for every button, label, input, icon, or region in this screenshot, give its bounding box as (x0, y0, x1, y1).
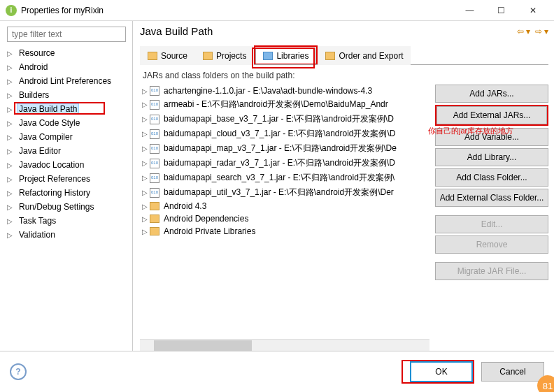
jar-item[interactable]: ▷baidumapapi_search_v3_7_1.jar - E:\不归路\… (140, 170, 429, 185)
jar-item[interactable]: ▷baidumapapi_map_v3_7_1.jar - E:\不归路\and… (140, 141, 429, 156)
tree-item[interactable]: ▷Task Tags (7, 214, 129, 228)
filter-input[interactable] (7, 27, 126, 42)
annotation-text: 你自己的jar库存放的地方 (428, 126, 547, 136)
tab-projects[interactable]: Projects (195, 46, 254, 65)
library-item[interactable]: ▷Android 4.3 (140, 200, 429, 212)
tree-item[interactable]: ▷Validation (7, 228, 129, 242)
library-icon (150, 202, 159, 210)
jar-item[interactable]: ▷armeabi - E:\不归路\android开发案例\Demo\Baidu… (140, 97, 429, 112)
sidebar: ▷Resource▷Android▷Android Lint Preferenc… (0, 21, 133, 351)
tab-source[interactable]: Source (140, 46, 195, 65)
list-header: JARs and class folders on the build path… (143, 71, 548, 80)
jar-item[interactable]: ▷baidumapapi_radar_v3_7_1.jar - E:\不归路\a… (140, 156, 429, 170)
forward-icon[interactable]: ⇨ ▾ (535, 27, 548, 36)
tree-item[interactable]: ▷Javadoc Location (7, 158, 129, 172)
ok-button[interactable]: OK (410, 361, 473, 382)
library-item[interactable]: ▷Android Private Libraries (140, 225, 429, 238)
add-library-button[interactable]: Add Library... (435, 148, 548, 166)
jar-item[interactable]: ▷baidumapapi_base_v3_7_1.jar - E:\不归路\an… (140, 112, 429, 126)
back-icon[interactable]: ⇦ ▾ (517, 27, 530, 36)
tree-item[interactable]: ▷Run/Debug Settings (7, 200, 129, 214)
add-external-jars-button[interactable]: Add External JARs... (436, 106, 547, 124)
jar-item[interactable]: ▷baidumapapi_cloud_v3_7_1.jar - E:\不归路\a… (140, 126, 429, 141)
app-icon: i (6, 5, 17, 16)
tab-icon (325, 52, 335, 60)
tree-item[interactable]: ▷Builders (7, 88, 129, 102)
tree-item[interactable]: ▷Android Lint Preferences (7, 74, 129, 88)
footer: ? OK Cancel (0, 351, 554, 391)
tab-icon (263, 52, 273, 60)
page-title: Java Build Path (140, 25, 517, 37)
jar-icon (150, 100, 159, 110)
jar-icon (150, 188, 159, 198)
jar-icon (150, 144, 159, 154)
jar-icon (150, 173, 159, 183)
tree-item[interactable]: ▷Java Editor (7, 144, 129, 158)
tree-item[interactable]: ▷Resource (7, 46, 129, 60)
tree-item[interactable]: ▷Project References (7, 172, 129, 186)
tree-item[interactable]: ▷Refactoring History (7, 186, 129, 200)
notification-badge: 81 (537, 375, 554, 392)
tab-bar: SourceProjectsLibrariesOrder and Export (140, 45, 548, 65)
maximize-button[interactable]: ☐ (485, 1, 517, 20)
tree-item[interactable]: ▷Java Build Path (7, 102, 129, 116)
tab-libraries[interactable]: Libraries (255, 48, 316, 64)
jar-icon (150, 129, 159, 139)
remove-button: Remove (435, 235, 548, 254)
migrate-jar-button: Migrate JAR File... (435, 262, 548, 280)
horizontal-scrollbar[interactable] (140, 339, 429, 351)
library-icon (150, 227, 159, 235)
category-tree[interactable]: ▷Resource▷Android▷Android Lint Preferenc… (3, 46, 129, 242)
jar-icon (150, 159, 159, 168)
add-class-folder-button[interactable]: Add Class Folder... (435, 168, 548, 187)
close-button[interactable]: ✕ (517, 1, 548, 20)
jar-item[interactable]: ▷baidumapapi_util_v3_7_1.jar - E:\不归路\an… (140, 185, 429, 200)
tree-item[interactable]: ▷Java Code Style (7, 116, 129, 130)
jar-icon (150, 115, 159, 124)
tree-item[interactable]: ▷Java Compiler (7, 130, 129, 144)
tab-icon (203, 52, 213, 60)
add-external-class-folder-button[interactable]: Add External Class Folder... (435, 189, 548, 207)
tree-item[interactable]: ▷Android (7, 60, 129, 74)
add-jars-button[interactable]: Add JARs... (435, 85, 548, 103)
jar-item[interactable]: ▷achartengine-1.1.0.jar - E:\Java\adt-bu… (140, 85, 429, 97)
window-title: Properties for myRixin (21, 6, 454, 15)
help-icon[interactable]: ? (10, 363, 27, 380)
edit-button: Edit... (435, 215, 548, 233)
library-icon (150, 215, 159, 223)
jar-icon (150, 86, 159, 96)
tab-icon (148, 52, 157, 60)
minimize-button[interactable]: — (454, 1, 485, 20)
tab-order-and-export[interactable]: Order and Export (318, 46, 411, 65)
cancel-button[interactable]: Cancel (481, 362, 544, 382)
jars-list[interactable]: ▷achartengine-1.1.0.jar - E:\Java\adt-bu… (140, 85, 429, 351)
title-bar: i Properties for myRixin — ☐ ✕ (0, 0, 554, 21)
library-item[interactable]: ▷Android Dependencies (140, 212, 429, 225)
